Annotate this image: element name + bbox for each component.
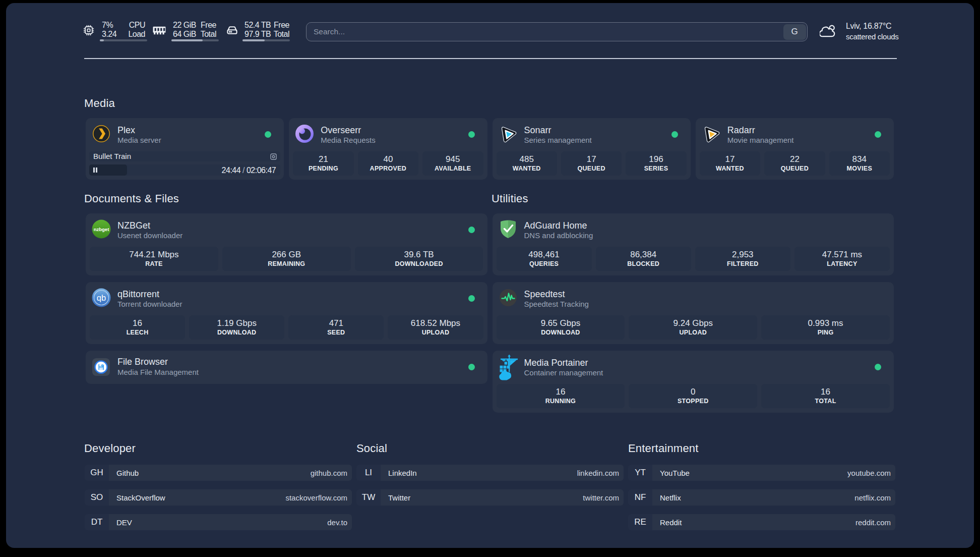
svg-text:qb: qb <box>97 293 106 302</box>
svg-text:nzbget: nzbget <box>94 227 109 232</box>
